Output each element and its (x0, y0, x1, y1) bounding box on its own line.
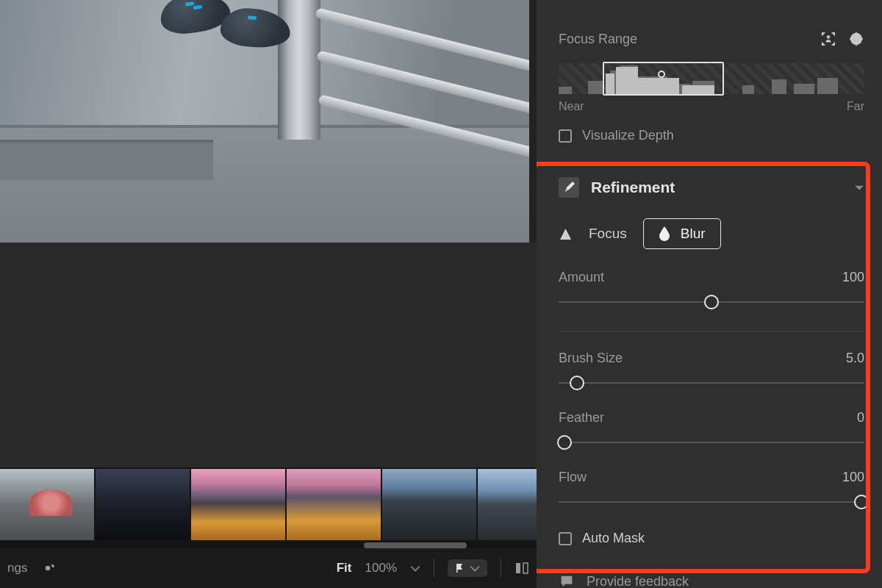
blur-tab-label: Blur (681, 226, 706, 242)
focus-tab[interactable]: Focus (589, 226, 627, 242)
bottom-toolbar: ngs Fit 100% (0, 548, 537, 588)
droplet-icon (659, 226, 670, 241)
canvas-empty-area (0, 243, 537, 467)
visualize-depth-label: Visualize Depth (582, 128, 674, 143)
near-label: Near (559, 100, 584, 113)
filmstrip-scrollbar[interactable] (364, 542, 467, 548)
divider (559, 331, 864, 331)
fit-label[interactable]: Fit (337, 561, 352, 576)
filmstrip[interactable] (0, 467, 537, 548)
flow-slider[interactable] (559, 495, 864, 509)
brush-size-slider[interactable] (559, 376, 864, 390)
thumbnail[interactable] (478, 469, 537, 540)
main-photo (0, 0, 529, 243)
svg-rect-1 (516, 563, 520, 573)
compare-icon[interactable] (514, 561, 529, 576)
focus-triangle-icon (559, 227, 573, 241)
thumbnail[interactable] (382, 469, 476, 540)
feather-label: Feather (559, 410, 604, 426)
properties-panel: Focus Range Near Far Visualize Depth Ref… (537, 0, 882, 588)
svg-point-3 (827, 35, 830, 38)
amount-value[interactable]: 100 (842, 270, 864, 285)
thumbnail[interactable] (191, 469, 285, 540)
gear-icon[interactable] (40, 561, 55, 576)
blur-tab[interactable]: Blur (643, 218, 721, 249)
flow-value[interactable]: 100 (842, 470, 864, 485)
focus-range-handle[interactable] (658, 71, 665, 78)
target-point-icon[interactable] (848, 31, 864, 47)
settings-label-fragment: ngs (7, 561, 27, 576)
amount-knob[interactable] (704, 295, 719, 309)
svg-rect-0 (456, 564, 458, 573)
focus-range-label: Focus Range (559, 32, 637, 47)
brush-icon (559, 177, 579, 198)
brush-size-value[interactable]: 5.0 (846, 351, 864, 366)
feather-slider[interactable] (559, 436, 864, 449)
svg-point-5 (855, 37, 857, 40)
focus-range-slider[interactable] (559, 63, 864, 94)
svg-rect-2 (523, 563, 528, 573)
chevron-down-icon[interactable] (410, 563, 420, 573)
feather-value[interactable]: 0 (857, 410, 864, 426)
speech-bubble-icon (559, 573, 575, 588)
amount-slider[interactable] (559, 295, 864, 309)
far-label: Far (847, 100, 864, 113)
flow-label: Flow (559, 470, 587, 485)
auto-mask-label: Auto Mask (582, 531, 645, 546)
thumbnail[interactable] (96, 469, 190, 540)
thumbnail[interactable] (287, 469, 381, 540)
feedback-label: Provide feedback (587, 574, 689, 589)
refinement-header[interactable]: Refinement (559, 177, 864, 198)
refinement-title: Refinement (591, 179, 675, 196)
subject-focus-icon[interactable] (820, 31, 836, 47)
canvas-viewport[interactable] (0, 0, 529, 243)
focus-range-selection[interactable] (603, 62, 724, 96)
visualize-depth-checkbox[interactable] (559, 129, 572, 143)
provide-feedback-link[interactable]: Provide feedback (559, 573, 689, 588)
flow-knob[interactable] (854, 495, 869, 509)
editor-left-pane: ngs Fit 100% (0, 0, 537, 588)
flag-dropdown[interactable] (448, 559, 487, 577)
brush-size-label: Brush Size (559, 351, 623, 366)
thumbnail[interactable] (0, 469, 94, 540)
chevron-down-icon (470, 563, 480, 573)
collapse-chevron-icon[interactable] (854, 182, 864, 193)
amount-label: Amount (559, 270, 604, 285)
zoom-value[interactable]: 100% (365, 561, 397, 576)
brush-size-knob[interactable] (570, 376, 584, 390)
feather-knob[interactable] (557, 435, 572, 450)
flag-icon (455, 563, 465, 573)
auto-mask-checkbox[interactable] (559, 532, 572, 545)
